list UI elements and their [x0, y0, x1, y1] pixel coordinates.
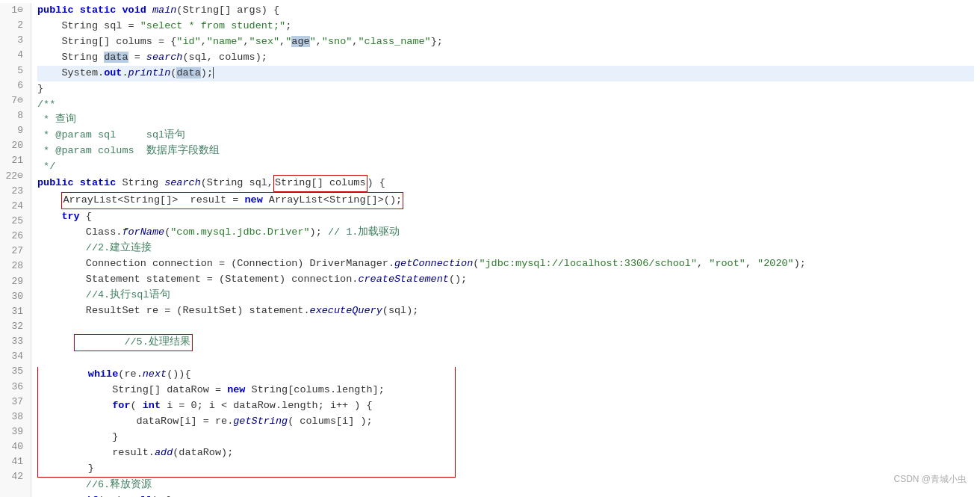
code-line-5: System.out.println(data);: [37, 66, 974, 81]
ln-26: 26: [4, 229, 26, 244]
code-line-29: //4.执行sql语句: [37, 288, 974, 303]
ln-7: 7⊖: [4, 93, 26, 108]
ln-40: 40: [4, 439, 26, 454]
ln-33: 33: [4, 334, 26, 349]
code-line-32: while(re.next()){: [37, 367, 974, 383]
ln-32: 32: [4, 319, 26, 334]
ln-27: 27: [4, 244, 26, 259]
ln-35: 35: [4, 364, 26, 379]
ln-34: 34: [4, 349, 26, 364]
ln-22: 22⊖: [4, 169, 26, 184]
watermark: CSDN @青城小虫: [893, 472, 967, 487]
ln-2: 2: [4, 18, 26, 33]
ln-1: 1⊖: [4, 3, 26, 18]
code-line-35: dataRow[i] = re.getString( colums[i] );: [37, 414, 974, 430]
code-line-21: */: [37, 159, 974, 175]
line-number-gutter: 1⊖ 2 3 4 5 6 7⊖ 8 9 20 21 22⊖ 23 24 25 2…: [0, 3, 31, 497]
ln-29: 29: [4, 274, 26, 289]
code-line-22: public static String search(String sql,S…: [37, 175, 974, 192]
code-line-27: Connection connection = (Connection) Dri…: [37, 256, 974, 272]
code-line-37: result.add(dataRow);: [37, 445, 974, 461]
code-editor: 1⊖ 2 3 4 5 6 7⊖ 8 9 20 21 22⊖ 23 24 25 2…: [0, 0, 980, 497]
code-line-39: //6.释放资源: [37, 478, 974, 493]
ln-24: 24: [4, 199, 26, 214]
code-line-28: Statement statement = (Statement) connec…: [37, 272, 974, 288]
code-line-1: public static void main(String[] args) {: [37, 3, 974, 19]
code-content: public static void main(String[] args) {…: [31, 3, 980, 497]
ln-6: 6: [4, 78, 26, 93]
code-line-40: if(re!=null) {: [37, 493, 974, 497]
ln-21: 21: [4, 153, 26, 168]
ln-23: 23: [4, 184, 26, 199]
ln-39: 39: [4, 425, 26, 439]
ln-37: 37: [4, 395, 26, 410]
code-line-34: for( int i = 0; i < dataRow.length; i++ …: [37, 398, 974, 414]
code-line-2: String sql = "select * from student;";: [37, 19, 974, 34]
ln-4: 4: [4, 48, 26, 63]
code-line-33: String[] dataRow = new String[colums.len…: [37, 383, 974, 398]
ln-3: 3: [4, 33, 26, 48]
code-line-20: * @param colums 数据库字段数组: [37, 143, 974, 159]
code-line-26: //2.建立连接: [37, 241, 974, 256]
ln-31: 31: [4, 304, 26, 319]
code-line-9: * @param sql sql语句: [37, 128, 974, 143]
code-line-6: }: [37, 81, 974, 97]
ln-9: 9: [4, 123, 26, 138]
code-line-30: ResultSet re = (ResultSet) statement.exe…: [37, 303, 974, 319]
code-line-31: //5.处理结果: [37, 318, 974, 367]
ln-20: 20: [4, 138, 26, 153]
code-line-4: String data = search(sql, colums);: [37, 50, 974, 66]
code-line-8: * 查询: [37, 112, 974, 128]
ln-28: 28: [4, 259, 26, 274]
ln-30: 30: [4, 289, 26, 304]
ln-42: 42: [4, 469, 26, 484]
ln-38: 38: [4, 410, 26, 425]
code-line-3: String[] colums = {"id","name","sex","ag…: [37, 34, 974, 50]
code-line-25: Class.forName("com.mysql.jdbc.Driver"); …: [37, 225, 974, 241]
ln-8: 8: [4, 108, 26, 123]
code-line-7: /**: [37, 97, 974, 113]
ln-41: 41: [4, 454, 26, 469]
code-line-23: ArrayList<String[]> result = new ArrayLi…: [37, 192, 974, 209]
code-line-36: }: [37, 430, 974, 445]
ln-36: 36: [4, 380, 26, 395]
ln-25: 25: [4, 214, 26, 229]
code-line-24: try {: [37, 209, 974, 225]
ln-5: 5: [4, 64, 26, 78]
code-line-38: }: [37, 461, 974, 478]
